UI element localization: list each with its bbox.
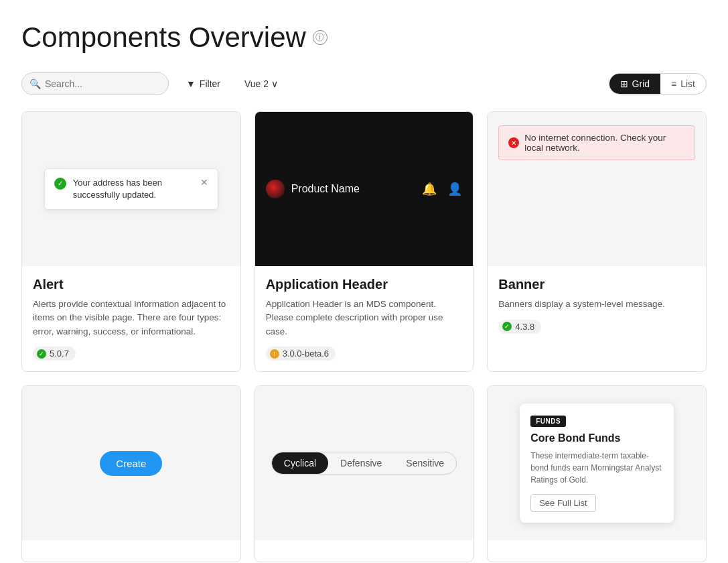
segmented-control-demo: Cyclical Defensive Sensitive (271, 452, 457, 475)
card-app-header-title: Application Header (266, 277, 463, 292)
search-icon: 🔍 (29, 78, 41, 89)
version-dot-green2: ✓ (502, 322, 512, 331)
alert-toast: ✓ Your address has been successfully upd… (44, 168, 218, 210)
filter-button[interactable]: ▼ Filter (179, 74, 227, 93)
filter-label: Filter (200, 78, 220, 89)
fund-tag: FUNDS (530, 416, 566, 427)
banner-bar: ✕ No internet connection. Check your loc… (498, 125, 695, 160)
banner-message: No internet connection. Check your local… (524, 133, 685, 153)
app-product-name: Product Name (291, 183, 360, 195)
version-dot-green: ✓ (37, 349, 46, 359)
banner-demo: ✕ No internet connection. Check your loc… (498, 125, 695, 160)
list-icon: ≡ (671, 78, 676, 89)
seg-option-defensive[interactable]: Defensive (328, 452, 394, 474)
info-icon[interactable]: ⓘ (313, 30, 327, 45)
card-alert-desc: Alerts provide contextual information ad… (33, 298, 230, 338)
card-alert-preview: ✓ Your address has been successfully upd… (22, 112, 240, 266)
alert-close-icon[interactable]: ✕ (200, 177, 208, 188)
chevron-down-icon: ∨ (271, 78, 278, 89)
card-app-header: Product Name 🔔 👤 Application Header Appl… (254, 111, 474, 372)
fund-title: Core Bond Funds (530, 432, 663, 444)
toolbar: 🔍 ▼ Filter Vue 2 ∨ ⊞ Grid ≡ List (21, 72, 707, 95)
card-banner-title: Banner (498, 277, 695, 292)
filter-icon: ▼ (186, 78, 196, 89)
card-button: Create (21, 385, 241, 562)
cards-grid: ✓ Your address has been successfully upd… (21, 111, 707, 562)
app-header-right: 🔔 👤 (422, 182, 462, 196)
app-header-inner: Product Name 🔔 👤 (266, 180, 463, 198)
vue-label: Vue 2 (244, 78, 269, 89)
card-segmented: Cyclical Defensive Sensitive (254, 385, 474, 562)
card-fund: FUNDS Core Bond Funds These intermediate… (487, 385, 707, 562)
card-alert-title: Alert (33, 277, 230, 292)
app-header-demo: Product Name 🔔 👤 (255, 112, 474, 266)
app-header-left: Product Name (266, 180, 360, 198)
card-alert: ✓ Your address has been successfully upd… (21, 111, 241, 372)
fund-desc: These intermediate-term taxable-bond fun… (530, 450, 663, 486)
search-input[interactable] (21, 72, 169, 95)
list-view-button[interactable]: ≡ List (660, 74, 706, 94)
card-fund-preview: FUNDS Core Bond Funds These intermediate… (488, 386, 706, 540)
card-button-preview: Create (22, 386, 240, 540)
seg-option-sensitive[interactable]: Sensitive (394, 452, 456, 474)
card-alert-version: ✓ 5.0.7 (33, 347, 76, 361)
alert-success-icon: ✓ (54, 178, 66, 190)
page-title: Components Overview (21, 21, 306, 54)
page-header: Components Overview ⓘ (21, 21, 707, 54)
alert-message: Your address has been successfully updat… (73, 177, 194, 201)
vue-version-selector[interactable]: Vue 2 ∨ (238, 74, 285, 93)
card-segmented-preview: Cyclical Defensive Sensitive (255, 386, 474, 540)
view-toggle: ⊞ Grid ≡ List (609, 73, 707, 95)
search-wrapper: 🔍 (21, 72, 169, 95)
notification-icon: 🔔 (422, 182, 437, 196)
grid-view-button[interactable]: ⊞ Grid (609, 74, 660, 94)
version-dot-orange: ! (270, 349, 279, 359)
card-app-header-desc: Application Header is an MDS component. … (266, 298, 463, 338)
card-app-header-version: ! 3.0.0-beta.6 (266, 347, 336, 361)
fund-see-full-list-button[interactable]: See Full List (530, 494, 596, 512)
card-banner: ✕ No internet connection. Check your loc… (487, 111, 707, 372)
banner-error-icon: ✕ (508, 137, 519, 148)
grid-icon: ⊞ (620, 78, 628, 89)
card-app-header-body: Application Header Application Header is… (255, 266, 474, 371)
card-segmented-body (255, 540, 474, 562)
card-banner-body: Banner Banners display a system-level me… (488, 266, 706, 345)
fund-card-demo: FUNDS Core Bond Funds These intermediate… (520, 403, 674, 523)
card-banner-version: ✓ 4.3.8 (498, 320, 541, 334)
seg-option-cyclical[interactable]: Cyclical (272, 452, 328, 474)
card-fund-body (488, 540, 706, 562)
card-alert-body: Alert Alerts provide contextual informat… (22, 266, 240, 371)
user-icon: 👤 (447, 182, 462, 196)
card-button-body (22, 540, 240, 562)
create-demo-button[interactable]: Create (100, 451, 162, 476)
card-banner-preview: ✕ No internet connection. Check your loc… (488, 112, 706, 266)
card-banner-desc: Banners display a system-level message. (498, 298, 695, 311)
app-logo-icon (266, 180, 285, 198)
card-app-header-preview: Product Name 🔔 👤 (255, 112, 474, 266)
